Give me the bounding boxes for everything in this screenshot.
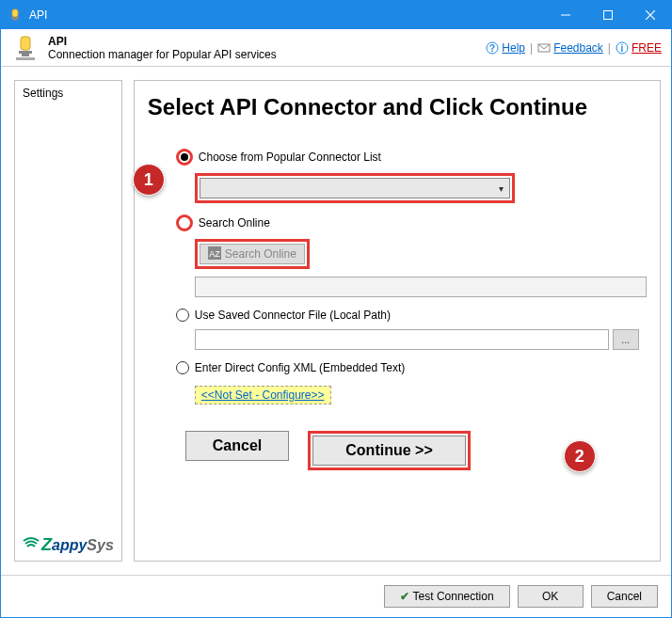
search-online-input[interactable]	[195, 277, 647, 297]
brand-text: ZappySys	[41, 535, 114, 555]
sidebar-item-settings[interactable]: Settings	[23, 87, 114, 100]
svg-rect-0	[12, 9, 18, 17]
cancel-button[interactable]: Cancel	[591, 585, 658, 608]
xml-config-link[interactable]: <<Not Set - Configure>>	[195, 386, 331, 404]
highlight-box-continue: Continue >>	[308, 431, 470, 470]
radio-xml[interactable]	[176, 361, 189, 374]
help-link[interactable]: Help	[502, 41, 525, 55]
close-button[interactable]	[629, 1, 671, 29]
svg-text:i: i	[621, 43, 624, 54]
help-icon: ?	[486, 41, 499, 55]
main-panel: Select API Connector and Click Continue …	[134, 80, 661, 562]
highlight-box-dropdown: ▾	[195, 173, 515, 203]
separator: |	[608, 41, 611, 55]
svg-rect-8	[19, 51, 32, 54]
header-title: API	[48, 35, 486, 48]
header-subtitle: Connection manager for Popular API servi…	[48, 48, 486, 61]
option-xml-label: Enter Direct Config XML (Embedded Text)	[195, 361, 405, 374]
option-search-label: Search Online	[199, 216, 270, 230]
svg-text:?: ?	[489, 43, 495, 54]
minimize-button[interactable]	[544, 1, 586, 29]
header-text: API Connection manager for Popular API s…	[48, 35, 486, 61]
svg-rect-2	[13, 19, 17, 21]
connector-dropdown[interactable]: ▾	[200, 178, 510, 198]
header-band: API Connection manager for Popular API s…	[1, 29, 671, 67]
continue-button[interactable]: Continue >>	[312, 436, 465, 466]
brand-logo-icon	[23, 535, 40, 555]
chevron-down-icon: ▾	[499, 183, 504, 194]
local-path-input[interactable]	[195, 329, 609, 350]
mail-icon	[537, 41, 551, 55]
test-connection-button[interactable]: ✔ Test Connection	[384, 585, 510, 608]
brand-logo: ZappySys	[23, 535, 114, 555]
check-icon: ✔	[400, 590, 409, 603]
window-titlebar: API	[1, 1, 671, 29]
cancel-big-button[interactable]: Cancel	[185, 431, 289, 461]
option-local-label: Use Saved Connector File (Local Path)	[195, 309, 391, 322]
step-badge-1: 1	[133, 164, 165, 196]
step-badge-2: 2	[564, 440, 596, 472]
svg-rect-4	[603, 11, 612, 20]
option-popular-label: Choose from Popular Connector List	[199, 151, 381, 164]
search-online-button[interactable]: AZ Search Online	[200, 244, 305, 264]
feedback-link[interactable]: Feedback	[553, 41, 603, 55]
radio-search[interactable]	[176, 214, 193, 231]
maximize-button[interactable]	[586, 1, 629, 29]
highlight-box-searchbtn: AZ Search Online	[195, 239, 310, 269]
separator: |	[530, 41, 533, 55]
radio-popular[interactable]	[176, 149, 193, 166]
browse-button[interactable]: ...	[613, 329, 639, 350]
window-icon	[1, 1, 29, 29]
app-icon	[10, 33, 40, 63]
free-link[interactable]: FREE	[632, 41, 662, 55]
search-online-button-label: Search Online	[225, 247, 296, 261]
header-links: ? Help | Feedback | i FREE	[486, 41, 662, 55]
body-area: Settings ZappySys Select API Connector a…	[1, 67, 671, 575]
radio-local[interactable]	[176, 309, 189, 322]
option-popular-row: Choose from Popular Connector List	[176, 149, 647, 166]
svg-rect-7	[21, 37, 30, 50]
test-connection-label: Test Connection	[413, 590, 494, 603]
ok-button[interactable]: OK	[518, 585, 584, 608]
svg-rect-1	[11, 17, 19, 19]
svg-rect-9	[22, 54, 29, 56]
sidebar: Settings ZappySys	[14, 80, 122, 562]
option-search-row: Search Online	[176, 214, 647, 231]
option-xml-row: Enter Direct Config XML (Embedded Text)	[176, 361, 647, 374]
svg-text:AZ: AZ	[209, 249, 220, 259]
svg-rect-10	[16, 57, 35, 60]
info-icon: i	[616, 41, 629, 55]
footer: ✔ Test Connection OK Cancel	[1, 575, 671, 616]
search-az-icon: AZ	[208, 246, 221, 262]
option-local-row: Use Saved Connector File (Local Path)	[176, 309, 647, 322]
window-title: API	[29, 8, 544, 22]
panel-title: Select API Connector and Click Continue	[148, 94, 647, 120]
